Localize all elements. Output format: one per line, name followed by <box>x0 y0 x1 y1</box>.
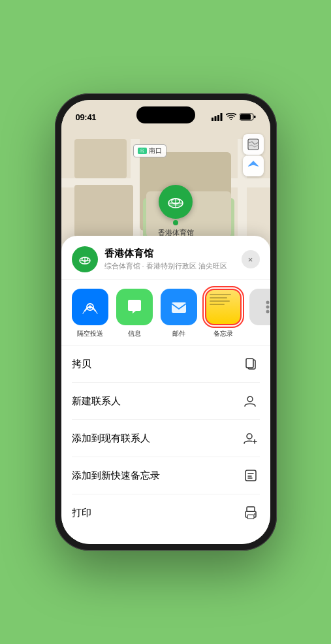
wifi-icon <box>226 113 236 121</box>
svg-point-21 <box>266 310 269 314</box>
action-copy[interactable]: 拷贝 <box>72 346 260 383</box>
airdrop-icon-wrap <box>72 289 108 325</box>
svg-rect-18 <box>172 302 186 313</box>
map-block <box>74 185 133 237</box>
notes-icon-wrap <box>205 289 242 325</box>
action-new-contact-label: 新建联系人 <box>72 395 121 408</box>
action-print-label: 打印 <box>72 507 91 519</box>
svg-rect-0 <box>212 118 213 121</box>
svg-rect-5 <box>240 114 251 120</box>
svg-rect-29 <box>245 470 256 481</box>
venue-stadium-icon <box>78 252 92 266</box>
copy-icon <box>242 355 260 373</box>
close-button[interactable]: × <box>242 250 260 268</box>
map-view-toggle[interactable] <box>243 134 264 155</box>
messages-icon-wrap <box>116 289 153 325</box>
airdrop-icon <box>81 298 99 316</box>
action-add-to-notes-label: 添加到新快速备忘录 <box>72 470 160 482</box>
note-add-icon <box>242 466 260 485</box>
status-icons <box>212 113 256 121</box>
pin-icon <box>159 185 193 219</box>
action-add-to-notes[interactable]: 添加到新快速备忘录 <box>72 457 260 494</box>
person-plus-icon <box>242 429 260 447</box>
map-block <box>74 139 127 178</box>
share-item-messages[interactable]: 信息 <box>116 289 153 338</box>
svg-rect-7 <box>248 139 259 150</box>
stadium-icon <box>166 192 185 212</box>
mail-icon-wrap <box>161 289 197 325</box>
map-label: 出 南口 <box>133 144 166 157</box>
airdrop-label: 隔空投送 <box>77 329 103 338</box>
share-item-more[interactable] <box>249 289 270 338</box>
status-time: 09:41 <box>76 112 97 122</box>
svg-rect-23 <box>246 359 253 368</box>
venue-subtitle: 综合体育馆 · 香港特别行政区 油尖旺区 <box>104 261 242 271</box>
action-add-to-contact[interactable]: 添加到现有联系人 <box>72 420 260 457</box>
action-new-contact[interactable]: 新建联系人 <box>72 383 260 420</box>
location-button[interactable] <box>243 155 264 176</box>
action-print[interactable]: 打印 <box>72 494 260 531</box>
map-label-text: 南口 <box>149 146 162 155</box>
battery-icon <box>240 113 256 121</box>
svg-rect-35 <box>247 515 254 519</box>
messages-label: 信息 <box>128 329 141 338</box>
svg-rect-3 <box>220 113 222 121</box>
navigation-icon <box>248 161 259 171</box>
svg-rect-6 <box>254 116 256 118</box>
bottom-sheet: 香港体育馆 综合体育馆 · 香港特别行政区 油尖旺区 × <box>61 236 270 544</box>
share-item-airdrop[interactable]: 隔空投送 <box>72 289 108 338</box>
sheet-header: 香港体育馆 综合体育馆 · 香港特别行政区 油尖旺区 × <box>61 236 270 280</box>
mail-icon <box>170 298 188 316</box>
svg-point-17 <box>88 306 91 309</box>
svg-point-20 <box>266 306 269 309</box>
share-item-mail[interactable]: 邮件 <box>161 289 197 338</box>
notes-line-1 <box>210 294 232 295</box>
dynamic-island <box>136 106 195 123</box>
phone-frame: 09:41 <box>55 93 277 551</box>
notes-label: 备忘录 <box>213 329 233 338</box>
phone-screen: 09:41 <box>61 100 270 544</box>
svg-point-36 <box>254 513 255 515</box>
notes-lines <box>206 290 240 324</box>
map-icon <box>247 138 259 150</box>
notes-line-2 <box>210 297 227 298</box>
notes-line-4 <box>210 304 225 305</box>
more-icon-wrap <box>249 289 270 325</box>
svg-point-24 <box>247 396 253 402</box>
printer-icon <box>242 504 260 522</box>
stadium-pin[interactable]: 香港体育馆 <box>158 185 194 238</box>
svg-point-19 <box>266 301 269 304</box>
svg-rect-2 <box>217 115 219 121</box>
venue-name: 香港体育馆 <box>104 248 242 260</box>
action-list: 拷贝 新建联系人 <box>61 346 270 531</box>
venue-info: 香港体育馆 综合体育馆 · 香港特别行政区 油尖旺区 <box>104 248 242 271</box>
share-row: 隔空投送 信息 <box>61 280 270 346</box>
svg-rect-1 <box>214 116 216 121</box>
mail-label: 邮件 <box>172 329 185 338</box>
map-label-icon: 出 <box>138 148 147 154</box>
action-copy-label: 拷贝 <box>72 358 91 370</box>
person-add-icon <box>242 392 260 410</box>
share-item-notes[interactable]: 备忘录 <box>205 289 242 338</box>
svg-point-25 <box>247 434 252 439</box>
map-controls <box>243 134 264 176</box>
messages-icon <box>125 298 144 316</box>
pin-dot <box>173 220 178 225</box>
venue-icon <box>72 246 98 272</box>
more-dots-icon <box>260 299 270 315</box>
action-add-to-contact-label: 添加到现有联系人 <box>72 432 150 445</box>
notes-line-3 <box>210 300 230 302</box>
signal-icon <box>212 113 223 121</box>
svg-rect-33 <box>247 507 255 511</box>
